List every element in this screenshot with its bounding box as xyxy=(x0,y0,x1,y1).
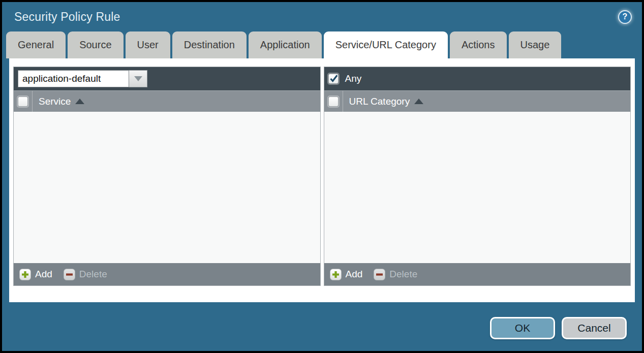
dialog-title: Security Policy Rule xyxy=(14,10,120,24)
minus-icon xyxy=(374,269,385,280)
url-category-select-all-cell xyxy=(324,91,343,112)
service-column-header[interactable]: Service xyxy=(33,96,84,107)
plus-icon xyxy=(19,269,31,280)
url-category-panel-footer: Add Delete xyxy=(324,263,631,285)
url-category-panel: Any URL Category Add xyxy=(324,67,631,286)
service-delete-label: Delete xyxy=(79,269,107,280)
url-category-column-header[interactable]: URL Category xyxy=(343,96,424,107)
service-delete-button[interactable]: Delete xyxy=(64,269,107,280)
url-category-column-header-label: URL Category xyxy=(349,96,410,107)
service-type-dropdown[interactable]: application-default xyxy=(18,70,147,87)
title-bar: Security Policy Rule ? xyxy=(2,2,642,31)
service-add-label: Add xyxy=(35,269,52,280)
url-category-delete-label: Delete xyxy=(389,269,417,280)
ok-button[interactable]: OK xyxy=(490,317,555,339)
tab-general[interactable]: General xyxy=(6,31,66,58)
any-label: Any xyxy=(345,73,362,84)
url-category-select-all-checkbox[interactable] xyxy=(328,97,339,107)
security-policy-rule-dialog: Security Policy Rule ? General Source Us… xyxy=(0,0,644,353)
service-select-all-cell xyxy=(14,91,33,112)
chevron-down-icon xyxy=(134,76,142,81)
cancel-button[interactable]: Cancel xyxy=(562,317,627,339)
url-category-column-header-row: URL Category xyxy=(324,90,631,112)
tab-application[interactable]: Application xyxy=(249,31,322,58)
tab-usage[interactable]: Usage xyxy=(509,31,562,58)
help-icon[interactable]: ? xyxy=(618,10,632,24)
service-select-all-checkbox[interactable] xyxy=(18,97,28,107)
service-column-header-row: Service xyxy=(14,90,320,112)
service-panel-toolbar: application-default xyxy=(14,67,320,90)
service-panel-footer: Add Delete xyxy=(14,263,320,285)
tab-content-sheet: application-default Service xyxy=(9,58,635,302)
tab-service-url-category[interactable]: Service/URL Category xyxy=(324,31,448,58)
service-panel: application-default Service xyxy=(13,67,321,286)
url-category-add-label: Add xyxy=(346,269,363,280)
tab-destination[interactable]: Destination xyxy=(172,31,247,58)
url-category-add-button[interactable]: Add xyxy=(330,269,363,280)
service-list xyxy=(14,112,320,263)
sort-ascending-icon xyxy=(414,99,423,104)
service-add-button[interactable]: Add xyxy=(19,269,52,280)
service-type-dropdown-value[interactable]: application-default xyxy=(18,70,129,87)
service-type-dropdown-button[interactable] xyxy=(129,70,147,87)
tab-strip: General Source User Destination Applicat… xyxy=(2,31,642,58)
url-category-panel-toolbar: Any xyxy=(324,67,631,90)
dialog-actions: OK Cancel xyxy=(490,317,627,339)
tab-actions[interactable]: Actions xyxy=(450,31,507,58)
tab-user[interactable]: User xyxy=(126,31,170,58)
url-category-delete-button[interactable]: Delete xyxy=(374,269,417,280)
any-checkbox[interactable] xyxy=(328,74,339,84)
plus-icon xyxy=(330,269,342,280)
sort-ascending-icon xyxy=(75,99,84,104)
tab-source[interactable]: Source xyxy=(68,31,123,58)
service-column-header-label: Service xyxy=(39,96,71,107)
minus-icon xyxy=(64,269,75,280)
url-category-list xyxy=(324,112,631,263)
